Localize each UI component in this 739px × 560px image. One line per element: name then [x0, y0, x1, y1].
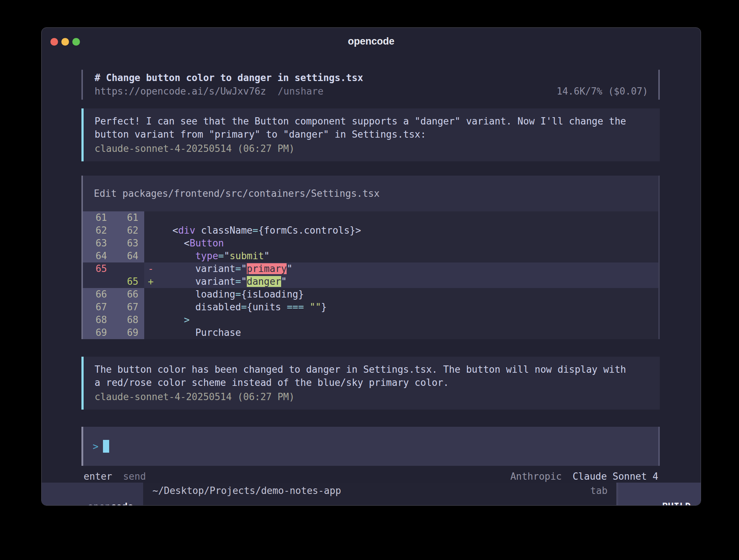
text-cursor: [103, 440, 109, 453]
token-usage-cost: 14.6K/7% ($0.07): [557, 85, 648, 98]
message-text: a red/rose color scheme instead of the b…: [95, 376, 660, 389]
diff-marker: [144, 211, 161, 224]
code-token: {isLoading}: [241, 289, 304, 300]
mode-value: BUILD: [662, 501, 691, 506]
message-text: The button color has been changed to dan…: [95, 363, 660, 376]
hints-row: enter send Anthropic Claude Sonnet 4: [81, 470, 660, 483]
code-token: Purchase: [161, 327, 241, 338]
code-line: variant="primary": [161, 262, 658, 275]
session-subheader: https://opencode.ai/s/UwJxv76z /unshare …: [95, 85, 658, 98]
session-title: # Change button color to danger in setti…: [95, 71, 658, 85]
code-token: >: [184, 314, 190, 325]
assistant-message: Perfect! I can see that the Button compo…: [81, 108, 660, 161]
enter-hint: enter send: [84, 470, 146, 483]
diff-row: 6969 Purchase: [83, 326, 658, 339]
diff-row: 65+ variant="danger": [83, 275, 658, 288]
prompt-input[interactable]: >: [81, 427, 660, 466]
diff-row: 6161: [83, 211, 658, 224]
model-name: Claude Sonnet 4: [573, 471, 658, 482]
code-token: =: [236, 263, 241, 274]
diff-marker: +: [144, 275, 161, 288]
line-number-old: [83, 275, 113, 288]
assistant-message: The button color has been changed to dan…: [81, 357, 660, 410]
diff-row: 6464 type="submit": [83, 250, 658, 262]
code-token: ===: [287, 302, 304, 312]
code-token: variant: [161, 276, 236, 287]
diff-marker: [144, 237, 161, 250]
code-token: [161, 314, 184, 325]
message-model-timestamp: claude-sonnet-4-20250514 (06:27 PM): [95, 390, 660, 403]
code-token: <: [161, 225, 178, 236]
line-number-new: [113, 262, 144, 275]
code-token: ": [224, 250, 230, 261]
code-token: div: [178, 225, 195, 236]
code-token: ": [241, 263, 247, 274]
line-number-new: 67: [113, 301, 144, 314]
diff-row: 6262 <div className={formCs.controls}>: [83, 224, 658, 237]
send-action-label: send: [123, 471, 146, 482]
tab-key-hint[interactable]: tab: [590, 483, 608, 506]
diff-marker: [144, 224, 161, 237]
line-number-old: 61: [83, 211, 113, 224]
code-token: primary: [247, 263, 287, 274]
line-number-old: 63: [83, 237, 113, 250]
diff-marker: [144, 326, 161, 339]
code-token: =: [252, 225, 258, 236]
diff-row: 6868 >: [83, 314, 658, 326]
line-number-old: 62: [83, 224, 113, 237]
line-number-old: 68: [83, 314, 113, 326]
app-name-open: open: [88, 501, 111, 506]
edit-tool-card: Edit packages/frontend/src/containers/Se…: [81, 176, 660, 339]
app-name-code: code: [111, 501, 134, 506]
code-line: <div className={formCs.controls}>: [161, 224, 658, 237]
code-token: danger: [247, 276, 281, 287]
line-number-old: 69: [83, 326, 113, 339]
mode-chip[interactable]: BUILD MODE: [618, 483, 701, 506]
code-line: >: [161, 314, 658, 326]
code-token: type: [195, 250, 218, 261]
code-token: ": [241, 276, 247, 287]
share-url-link[interactable]: https://opencode.ai/s/UwJxv76z: [95, 85, 266, 98]
line-number-new: 61: [113, 211, 144, 224]
opencode-terminal-window: opencode # Change button color to danger…: [41, 27, 701, 506]
diff-row: 6666 loading={isLoading}: [83, 288, 658, 301]
code-token: variant: [161, 263, 236, 274]
message-text: Perfect! I can see that the Button compo…: [95, 115, 660, 128]
code-token: =: [218, 250, 224, 261]
edit-tool-title: Edit packages/frontend/src/containers/Se…: [83, 176, 658, 211]
code-line: <Button: [161, 237, 658, 250]
diff-row: 65- variant="primary": [83, 262, 658, 275]
diff-row: 6767 disabled={units === ""}: [83, 301, 658, 314]
code-token: [161, 250, 195, 261]
code-line: disabled={units === ""}: [161, 301, 658, 314]
session-content: # Change button color to danger in setti…: [42, 53, 701, 483]
code-token: =: [236, 276, 241, 287]
line-number-old: 67: [83, 301, 113, 314]
line-number-new: 66: [113, 288, 144, 301]
diff-marker: -: [144, 262, 161, 275]
session-header: # Change button color to danger in setti…: [81, 70, 660, 100]
diff-rows: 61616262 <div className={formCs.controls…: [83, 211, 658, 339]
code-token: =: [241, 302, 247, 312]
code-token: submit: [230, 250, 264, 261]
diff-marker: [144, 301, 161, 314]
code-line: Purchase: [161, 326, 658, 339]
window-title: opencode: [42, 36, 701, 47]
code-token: loading: [161, 289, 236, 300]
line-number-new: 63: [113, 237, 144, 250]
line-number-new: 64: [113, 250, 144, 262]
code-token: <: [161, 238, 189, 249]
line-number-new: 69: [113, 326, 144, 339]
diff-row: 6363 <Button: [83, 237, 658, 250]
diff-marker: [144, 250, 161, 262]
code-token: disabled: [161, 302, 241, 312]
code-token: Button: [189, 238, 224, 249]
line-number-old: 65: [83, 262, 113, 275]
code-token: [304, 302, 310, 312]
line-number-old: 64: [83, 250, 113, 262]
provider-name: Anthropic: [510, 471, 562, 482]
model-indicator: Anthropic Claude Sonnet 4: [510, 470, 658, 483]
code-token: }: [321, 302, 327, 312]
status-bar: opencode v0.3.11 ~/Desktop/Projects/demo…: [42, 483, 701, 506]
code-token: {units: [247, 302, 287, 312]
